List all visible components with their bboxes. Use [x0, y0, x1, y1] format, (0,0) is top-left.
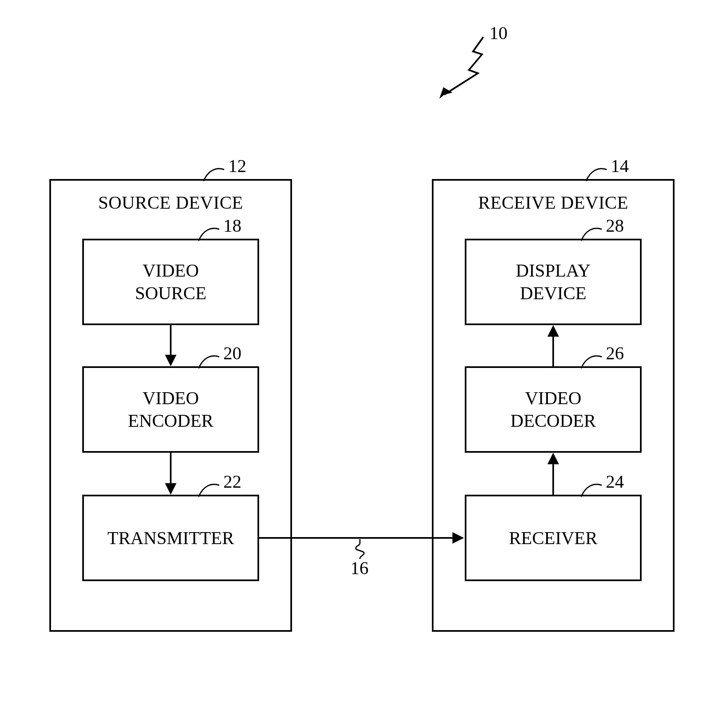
ref-receiver: 24 [606, 471, 624, 492]
ref-video-encoder: 20 [223, 343, 241, 364]
arrow-head-vd-to-dd [547, 325, 559, 337]
display-device-label: DISPLAY DEVICE [466, 240, 640, 323]
arrow-head-ve-to-tx [165, 483, 176, 495]
source-device-title: SOURCE DEVICE [51, 192, 290, 213]
display-device-box: DISPLAY DEVICE [465, 239, 642, 325]
link-squiggle-icon [354, 539, 366, 559]
ref-curve-14 [584, 165, 609, 181]
transmitter-box: TRANSMITTER [82, 495, 259, 581]
arrow-tx-to-rx [259, 537, 452, 539]
video-decoder-label: VIDEO DECODER [466, 368, 640, 451]
arrow-head-vs-to-ve [165, 355, 176, 366]
video-encoder-box: VIDEO ENCODER [82, 366, 259, 453]
ref-curve-24 [579, 480, 604, 497]
ref-system: 10 [489, 23, 508, 44]
transmitter-label: TRANSMITTER [84, 496, 257, 579]
diagram-canvas: 10 SOURCE DEVICE 12 VIDEO SOURCE 18 VIDE… [0, 0, 728, 719]
ref-video-decoder: 26 [606, 343, 624, 364]
ref-video-source: 18 [223, 215, 241, 236]
arrow-ve-to-tx [170, 453, 172, 486]
receiver-box: RECEIVER [465, 495, 642, 581]
ref-source-device: 12 [228, 156, 246, 177]
arrow-vs-to-ve [170, 325, 172, 357]
video-source-label: VIDEO SOURCE [84, 240, 257, 323]
video-encoder-label: VIDEO ENCODER [84, 368, 257, 451]
ref-curve-20 [197, 352, 221, 368]
ref-curve-28 [579, 224, 604, 241]
ref-curve-18 [197, 224, 221, 241]
ref-transmitter: 22 [223, 471, 241, 492]
arrow-head-rx-to-vd [547, 453, 559, 464]
ref-link: 16 [350, 558, 369, 579]
arrow-vd-to-dd [552, 337, 554, 366]
ref-display-device: 28 [606, 215, 624, 236]
video-source-box: VIDEO SOURCE [82, 239, 259, 325]
arrow-rx-to-vd [552, 464, 554, 495]
video-decoder-box: VIDEO DECODER [465, 366, 642, 453]
receiver-label: RECEIVER [466, 496, 640, 579]
system-arrow-icon [420, 33, 494, 99]
receive-device-title: RECEIVE DEVICE [434, 192, 673, 213]
ref-receive-device: 14 [611, 156, 629, 177]
arrow-head-tx-to-rx [452, 532, 464, 544]
ref-curve-12 [202, 165, 226, 181]
ref-curve-22 [197, 480, 221, 497]
ref-curve-26 [579, 352, 604, 368]
